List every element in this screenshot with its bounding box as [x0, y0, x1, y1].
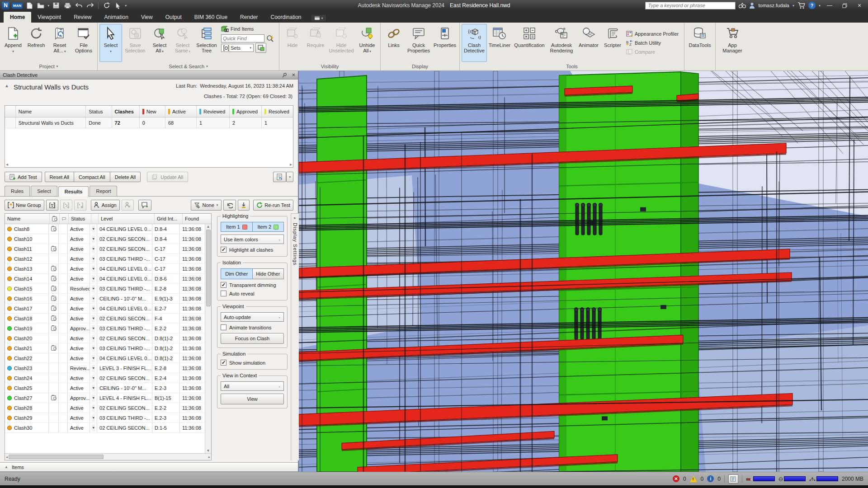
selection-tree-button[interactable]: Selection Tree	[194, 24, 219, 62]
status-dropdown-icon[interactable]: ▼	[92, 265, 95, 272]
result-row[interactable]: Clash28 Active ▼ 02 CEILING SECON... E.2…	[5, 403, 205, 413]
select-cursor-quick-button[interactable]	[113, 1, 123, 9]
test-row[interactable]: Structural Walls vs Ducts Done 72 0 68 1…	[5, 117, 293, 128]
sets-arrow-icon[interactable]: ▾	[250, 46, 251, 50]
manage-sets-button[interactable]	[255, 43, 266, 53]
reset-all-tests-button[interactable]: Reset All	[45, 172, 74, 182]
results-horizontal-scrollbar[interactable]: ◂ ▸	[5, 453, 211, 460]
open-button[interactable]	[36, 1, 45, 9]
tab-render[interactable]: Render	[234, 12, 264, 23]
status-dropdown-icon[interactable]: ▼	[92, 404, 95, 412]
result-row[interactable]: Clash15 Resolved ▼ 03 CEILING THIRD -...…	[5, 284, 205, 294]
restore-button[interactable]	[839, 1, 850, 9]
select-menu-arrow-icon[interactable]: ▾	[110, 50, 112, 53]
panel-close-icon[interactable]: ×	[292, 73, 295, 77]
result-row[interactable]: Clash25 Active ▼ CEILING - 10'-0" M... E…	[5, 383, 205, 393]
close-button[interactable]: ×	[854, 1, 865, 9]
clash-detective-button[interactable]: Clash Detective	[462, 24, 487, 62]
status-dropdown-icon[interactable]: ▼	[92, 285, 95, 292]
status-dropdown-icon[interactable]: ▼	[92, 315, 95, 322]
help-search-input[interactable]	[645, 2, 736, 9]
user-menu-arrow-icon[interactable]: ▾	[793, 4, 794, 8]
focus-on-clash-button[interactable]: Focus on Clash	[221, 333, 284, 344]
links-button[interactable]: Links	[382, 24, 405, 62]
item1-toggle[interactable]: Item 1	[221, 222, 253, 232]
status-dropdown-icon[interactable]: ▼	[92, 385, 95, 392]
undo-result-button[interactable]	[223, 200, 236, 211]
timeliner-button[interactable]: TimeLiner	[487, 24, 512, 62]
highlight-all-clashes-checkbox[interactable]: ✓Highlight all clashes	[221, 247, 284, 253]
tests-col-new[interactable]: New	[140, 106, 165, 117]
result-row[interactable]: Clash24 Active ▼ 02 CEILING SECON... E.2…	[5, 373, 205, 383]
tab-results[interactable]: Results	[58, 186, 89, 197]
quantification-button[interactable]: Quantification	[512, 24, 547, 62]
help-menu-arrow-icon[interactable]: ▾	[819, 4, 821, 8]
compact-highlight-button[interactable]	[238, 200, 250, 211]
undo-button[interactable]	[74, 1, 83, 9]
result-row[interactable]: Clash30 Active ▼ 02 CEILING SECON... D.1…	[5, 423, 205, 433]
unhide-all-button[interactable]: Unhide All ▾	[356, 24, 378, 62]
transparent-dimming-checkbox[interactable]: ✓Transparent dimming	[221, 282, 284, 288]
animate-transitions-checkbox[interactable]: Animate transitions	[221, 324, 284, 330]
save-button[interactable]	[52, 1, 61, 9]
ribbon-display-toggle[interactable]: ▾	[311, 15, 326, 21]
delete-all-button[interactable]: Delete All	[110, 172, 141, 182]
results-col-level[interactable]: Level	[99, 214, 155, 224]
new-group-button[interactable]: New Group	[5, 200, 44, 211]
tests-col-clashes[interactable]: Clashes	[112, 106, 140, 117]
result-row[interactable]: Clash19 Approv... ▼ 03 CEILING THIRD -..…	[5, 324, 205, 333]
print-button[interactable]	[63, 1, 72, 9]
tab-bim360glue[interactable]: BIM 360 Glue	[188, 12, 234, 23]
result-row[interactable]: Clash13 Active ▼ 04 CEILING LEVEL 0... C…	[5, 264, 205, 274]
status-dropdown-icon[interactable]: ▼	[92, 394, 95, 402]
display-settings-expand-icon[interactable]: ▸	[294, 216, 296, 220]
result-row[interactable]: Clash22 Active ▼ 04 CEILING LEVEL 0... D…	[5, 353, 205, 363]
status-dropdown-icon[interactable]: ▼	[92, 424, 95, 432]
result-row[interactable]: Clash17 Active ▼ 04 CEILING LEVEL 0... E…	[5, 304, 205, 314]
status-dropdown-icon[interactable]: ▼	[92, 305, 95, 312]
pin-icon[interactable]	[282, 73, 287, 78]
tab-select[interactable]: Select	[31, 186, 57, 196]
tests-col-name[interactable]: Name	[16, 106, 86, 117]
append-menu-arrow-icon[interactable]: ▾	[12, 50, 14, 53]
file-options-button[interactable]: File Options	[72, 24, 95, 62]
autodesk-rendering-button[interactable]: Autodesk Rendering	[547, 24, 576, 62]
result-row[interactable]: Clash23 Review... ▼ LEVEL 3 - FINISH FL.…	[5, 363, 205, 373]
quick-find-input[interactable]	[221, 34, 264, 42]
reset-all-button[interactable]: Reset All... ▾	[48, 24, 71, 62]
reset-all-menu-arrow-icon[interactable]: ▾	[63, 50, 66, 53]
new-document-button[interactable]	[25, 1, 34, 9]
result-row[interactable]: Clash29 Active ▼ 03 CEILING THIRD -... E…	[5, 413, 205, 423]
info-icon[interactable]: i	[707, 475, 714, 482]
app-manager-button[interactable]: App Manager	[717, 24, 747, 62]
animator-button[interactable]: Animator	[576, 24, 601, 62]
tab-rules[interactable]: Rules	[5, 186, 30, 196]
report-menu-button[interactable]: ▾	[286, 172, 293, 182]
report-button[interactable]	[273, 172, 286, 182]
tab-view[interactable]: View	[135, 12, 159, 23]
tab-viewpoint[interactable]: Viewpoint	[31, 12, 67, 23]
datatools-button[interactable]: DataTools	[686, 24, 713, 62]
project-group-label[interactable]: Project▾	[0, 62, 97, 70]
user-name[interactable]: tomasz.fudala	[758, 3, 789, 8]
minimize-button[interactable]: —	[824, 1, 835, 9]
batch-utility-button[interactable]: BZ Batch Utility	[626, 39, 680, 47]
filter-arrow-icon[interactable]: ▾	[217, 203, 218, 207]
filter-dropdown[interactable]: None ▾	[191, 200, 222, 211]
error-icon[interactable]: ✕	[673, 475, 679, 482]
tests-col-resolved[interactable]: Resolved	[262, 106, 293, 117]
tab-home[interactable]: Home	[4, 12, 31, 23]
qat-customize-arrow-icon[interactable]: ▾	[125, 4, 127, 8]
scroll-up-icon[interactable]: ▲	[207, 225, 210, 229]
help-icon[interactable]: ?	[808, 2, 816, 9]
select-all-button[interactable]: Select All ▾	[148, 24, 171, 62]
viewpoint-mode-dropdown[interactable]: Auto-update⌄	[221, 312, 284, 322]
display-settings-strip[interactable]: ▸ Display Settings	[291, 213, 299, 460]
results-col-found[interactable]: Found	[183, 214, 208, 224]
tests-col-status[interactable]: Status	[86, 106, 112, 117]
find-items-button[interactable]: Find Items	[221, 25, 275, 33]
select-search-group-label[interactable]: Select & Search▾	[98, 62, 279, 70]
sets-dropdown[interactable]: Sets ▾	[221, 44, 254, 52]
assign-button[interactable]: Assign	[91, 200, 120, 211]
viewport-3d[interactable]	[299, 71, 868, 472]
